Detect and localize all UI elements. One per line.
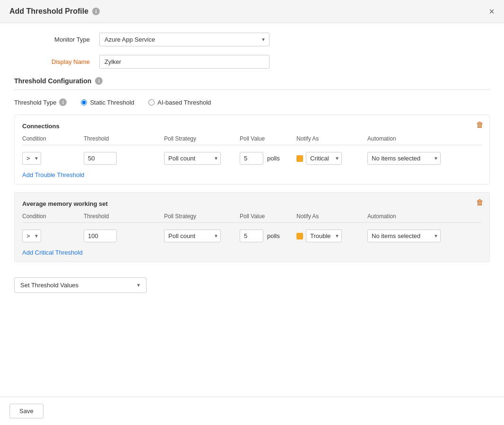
connections-notify-header: Notify As bbox=[296, 135, 367, 142]
memory-automation-header: Automation bbox=[367, 213, 452, 220]
add-critical-threshold-link[interactable]: Add Critical Threshold bbox=[22, 249, 83, 256]
memory-notify-select[interactable]: Critical Trouble bbox=[306, 230, 342, 242]
dialog-header: Add Threshold Profile i × bbox=[0, 0, 504, 23]
memory-notify-cell: Critical Trouble ▼ bbox=[296, 230, 367, 242]
display-name-label: Display Name bbox=[14, 58, 90, 65]
connections-block: 🗑 Connections Condition Threshold Poll S… bbox=[14, 115, 490, 185]
dialog-footer: Save bbox=[0, 397, 504, 425]
ai-threshold-radio[interactable] bbox=[148, 99, 155, 106]
connections-table-row: > < = ▼ Poll count bbox=[22, 149, 482, 168]
connections-automation-select[interactable]: No items selected bbox=[367, 152, 441, 165]
memory-automation-cell: No items selected ▼ bbox=[367, 230, 462, 242]
display-name-input[interactable] bbox=[99, 55, 269, 69]
memory-automation-select-wrapper: No items selected ▼ bbox=[367, 230, 441, 242]
connections-threshold-header: Threshold bbox=[84, 135, 164, 142]
connections-poll-strategy-select[interactable]: Poll count bbox=[164, 152, 221, 165]
memory-threshold-cell bbox=[84, 230, 164, 242]
ai-threshold-label: AI-based Threshold bbox=[157, 99, 211, 106]
memory-threshold-input[interactable] bbox=[84, 230, 117, 242]
memory-automation-select[interactable]: No items selected bbox=[367, 230, 441, 242]
threshold-config-info-icon[interactable]: i bbox=[95, 77, 103, 85]
set-threshold-wrapper: Set Threshold Values ▼ bbox=[14, 277, 147, 293]
connections-condition-header: Condition bbox=[22, 135, 84, 142]
memory-poll-value-input[interactable] bbox=[240, 230, 263, 242]
set-threshold-select[interactable]: Set Threshold Values bbox=[14, 277, 147, 293]
threshold-config-title: Threshold Configuration bbox=[14, 77, 91, 85]
memory-delete-icon[interactable]: 🗑 bbox=[476, 198, 484, 207]
memory-trouble-badge-icon bbox=[296, 233, 303, 239]
connections-threshold-cell bbox=[84, 152, 164, 165]
connections-condition-select-wrapper: > < = ▼ bbox=[22, 152, 41, 165]
ai-threshold-option[interactable]: AI-based Threshold bbox=[148, 99, 211, 106]
memory-block: 🗑 Average memory working set Condition T… bbox=[14, 192, 490, 262]
connections-notify-cell: Critical Trouble ▼ bbox=[296, 152, 367, 165]
connections-poll-value-cell: polls bbox=[240, 152, 296, 165]
connections-poll-strategy-header: Poll Strategy bbox=[164, 135, 240, 142]
monitor-type-select-wrapper: Azure App Service ▼ bbox=[99, 33, 269, 46]
memory-condition-select-wrapper: > < = ▼ bbox=[22, 230, 41, 242]
connections-notify-select-wrapper: Critical Trouble ▼ bbox=[306, 152, 342, 165]
memory-polls-label: polls bbox=[267, 232, 280, 239]
memory-condition-header: Condition bbox=[22, 213, 84, 220]
memory-condition-select[interactable]: > < = bbox=[22, 230, 41, 242]
connections-table-header: Condition Threshold Poll Strategy Poll V… bbox=[22, 135, 482, 145]
connections-critical-badge-icon bbox=[296, 155, 303, 162]
connections-poll-strategy-select-wrapper: Poll count ▼ bbox=[164, 152, 221, 165]
dialog-body: Monitor Type Azure App Service ▼ Display… bbox=[0, 23, 504, 397]
connections-condition-select[interactable]: > < = bbox=[22, 152, 41, 165]
dialog-title: Add Threshold Profile i bbox=[9, 7, 100, 16]
display-name-row: Display Name bbox=[14, 55, 490, 69]
memory-poll-value-header: Poll Value bbox=[240, 213, 296, 220]
static-threshold-label: Static Threshold bbox=[90, 99, 134, 106]
memory-table-row: > < = ▼ Poll count bbox=[22, 227, 482, 245]
threshold-type-row: Threshold Type i Static Threshold AI-bas… bbox=[14, 98, 490, 106]
add-threshold-dialog: Add Threshold Profile i × Monitor Type A… bbox=[0, 0, 504, 425]
monitor-type-row: Monitor Type Azure App Service ▼ bbox=[14, 33, 490, 46]
add-trouble-threshold-link[interactable]: Add Trouble Threshold bbox=[22, 171, 84, 178]
connections-condition-cell: > < = ▼ bbox=[22, 152, 84, 165]
memory-poll-value-cell: polls bbox=[240, 230, 296, 242]
connections-automation-select-wrapper: No items selected ▼ bbox=[367, 152, 441, 165]
title-info-icon[interactable]: i bbox=[92, 8, 100, 15]
save-button[interactable]: Save bbox=[9, 404, 43, 418]
memory-poll-strategy-header: Poll Strategy bbox=[164, 213, 240, 220]
dialog-title-text: Add Threshold Profile bbox=[9, 7, 88, 16]
connections-poll-value-input[interactable] bbox=[240, 152, 263, 165]
connections-automation-cell: No items selected ▼ bbox=[367, 152, 462, 165]
memory-table-header: Condition Threshold Poll Strategy Poll V… bbox=[22, 213, 482, 223]
threshold-type-label-container: Threshold Type i bbox=[14, 98, 67, 106]
static-threshold-radio[interactable] bbox=[81, 99, 87, 106]
static-threshold-option[interactable]: Static Threshold bbox=[81, 99, 134, 106]
threshold-type-label-text: Threshold Type bbox=[14, 99, 56, 106]
monitor-type-label: Monitor Type bbox=[14, 36, 90, 43]
threshold-config-section: Threshold Configuration i Threshold Type… bbox=[14, 77, 490, 293]
connections-polls-label: polls bbox=[267, 155, 280, 162]
memory-title: Average memory working set bbox=[22, 200, 482, 207]
memory-poll-strategy-select-wrapper: Poll count ▼ bbox=[164, 230, 221, 242]
connections-delete-icon[interactable]: 🗑 bbox=[476, 121, 484, 129]
connections-automation-header: Automation bbox=[367, 135, 452, 142]
monitor-type-select[interactable]: Azure App Service bbox=[99, 33, 269, 46]
close-button[interactable]: × bbox=[489, 7, 495, 16]
memory-poll-strategy-select[interactable]: Poll count bbox=[164, 230, 221, 242]
threshold-type-info-icon[interactable]: i bbox=[59, 98, 67, 106]
connections-poll-strategy-cell: Poll count ▼ bbox=[164, 152, 240, 165]
connections-poll-value-header: Poll Value bbox=[240, 135, 296, 142]
threshold-config-header: Threshold Configuration i bbox=[14, 77, 490, 90]
memory-threshold-header: Threshold bbox=[84, 213, 164, 220]
connections-threshold-input[interactable] bbox=[84, 152, 117, 165]
memory-poll-strategy-cell: Poll count ▼ bbox=[164, 230, 240, 242]
memory-notify-header: Notify As bbox=[296, 213, 367, 220]
connections-notify-select[interactable]: Critical Trouble bbox=[306, 152, 342, 165]
memory-condition-cell: > < = ▼ bbox=[22, 230, 84, 242]
connections-title: Connections bbox=[22, 123, 482, 130]
memory-notify-select-wrapper: Critical Trouble ▼ bbox=[306, 230, 342, 242]
